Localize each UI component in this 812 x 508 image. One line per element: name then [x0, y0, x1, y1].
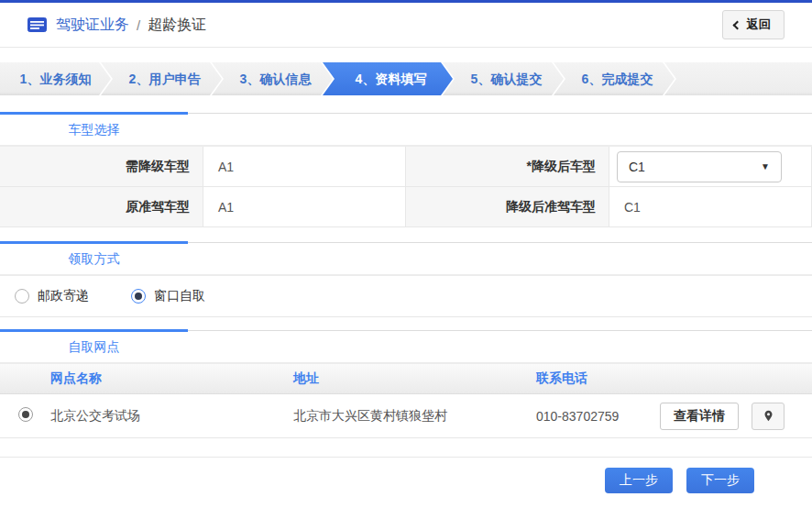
- section-header-rule: [188, 330, 812, 362]
- back-button[interactable]: 返回: [722, 10, 785, 39]
- pickup-section-title: 领取方式: [0, 241, 188, 274]
- pickup-method-section: 领取方式 邮政寄递 窗口自取: [0, 241, 812, 317]
- previous-step-button[interactable]: 上一步: [605, 468, 673, 493]
- view-details-button[interactable]: 查看详情: [660, 403, 739, 430]
- field-label-original-class: 原准驾车型: [0, 187, 203, 227]
- section-header-rule: [188, 242, 812, 274]
- step-tab-4-active[interactable]: 4、资料填写: [323, 62, 453, 95]
- outlet-phone: 010-83702759: [536, 409, 660, 424]
- radio-option-postal[interactable]: 邮政寄递: [15, 288, 89, 304]
- step-tab-6[interactable]: 6、完成提交: [554, 62, 675, 95]
- location-pin-icon: [763, 409, 774, 423]
- outlet-actions: 查看详情: [660, 403, 812, 430]
- radio-option-window-pickup-label: 窗口自取: [154, 288, 205, 304]
- outlet-name: 北京公交考试场: [50, 408, 293, 425]
- breadcrumb-primary[interactable]: 驾驶证业务: [56, 16, 129, 35]
- radio-unselected-icon[interactable]: [15, 289, 29, 304]
- outlets-table-header: 网点名称 地址 联系电话: [0, 363, 812, 394]
- field-value-downgrade-from: A1: [203, 147, 406, 187]
- pickup-options-row: 邮政寄递 窗口自取: [0, 275, 812, 317]
- chevron-down-icon: ▼: [761, 161, 770, 171]
- id-card-icon: [27, 17, 47, 32]
- outlets-section-title: 自取网点: [0, 329, 188, 362]
- radio-option-window-pickup[interactable]: 窗口自取: [131, 288, 205, 304]
- column-header-address: 地址: [293, 370, 536, 387]
- pickup-section-header: 领取方式: [0, 241, 812, 275]
- step-bar-filler: [664, 62, 812, 95]
- vehicle-section-header: 车型选择: [0, 112, 812, 146]
- outlet-table-row: 北京公交考试场 北京市大兴区黄村镇狼垡村 010-83702759 查看详情: [0, 394, 812, 438]
- step-wizard: 1、业务须知 2、用户申告 3、确认信息 4、资料填写 5、确认提交 6、完成提…: [0, 62, 812, 95]
- map-location-button[interactable]: [752, 403, 785, 430]
- radio-selected-icon[interactable]: [131, 289, 146, 304]
- field-label-class-after: 降级后准驾车型: [406, 187, 609, 227]
- step-tab-2[interactable]: 2、用户申告: [101, 62, 222, 95]
- outlets-section-header: 自取网点: [0, 329, 812, 363]
- step-tab-3[interactable]: 3、确认信息: [212, 62, 333, 95]
- outlet-row-radio-selected[interactable]: [18, 407, 33, 422]
- vehicle-type-section: 车型选择 需降级车型 A1 *降级后车型 C1 ▼ 原准驾车型 A1 降级后准驾…: [0, 112, 812, 227]
- page-header: 驾驶证业务 / 超龄换证 返回: [0, 3, 812, 48]
- field-label-downgrade-to: *降级后车型: [406, 147, 609, 187]
- vehicle-form: 需降级车型 A1 *降级后车型 C1 ▼ 原准驾车型 A1 降级后准驾车型 C1: [0, 146, 812, 227]
- step-tab-5[interactable]: 5、确认提交: [443, 62, 564, 95]
- vehicle-section-title: 车型选择: [0, 112, 188, 145]
- section-header-rule: [188, 113, 812, 145]
- field-value-original-class: A1: [203, 187, 406, 227]
- pickup-outlets-section: 自取网点 网点名称 地址 联系电话 北京公交考试场 北京市大兴区黄村镇狼垡村 0…: [0, 329, 812, 438]
- breadcrumb-separator: /: [137, 17, 140, 33]
- breadcrumb-secondary: 超龄换证: [148, 16, 206, 35]
- field-value-class-after: C1: [609, 187, 812, 227]
- column-header-name: 网点名称: [50, 370, 293, 387]
- chevron-left-icon: [733, 20, 742, 29]
- outlet-radio-cell: [0, 407, 50, 425]
- outlet-address: 北京市大兴区黄村镇狼垡村: [293, 408, 536, 425]
- field-label-downgrade-from: 需降级车型: [0, 147, 203, 187]
- radio-option-postal-label: 邮政寄递: [38, 288, 89, 304]
- field-cell-downgrade-to: C1 ▼: [609, 147, 812, 187]
- downgrade-target-selected-value: C1: [629, 160, 645, 174]
- wizard-footer: 上一步 下一步: [0, 457, 812, 493]
- next-step-button[interactable]: 下一步: [686, 468, 754, 493]
- downgrade-target-select[interactable]: C1 ▼: [617, 151, 782, 182]
- column-header-phone: 联系电话: [536, 370, 660, 387]
- step-tab-1[interactable]: 1、业务须知: [0, 62, 111, 95]
- back-button-label: 返回: [746, 17, 771, 33]
